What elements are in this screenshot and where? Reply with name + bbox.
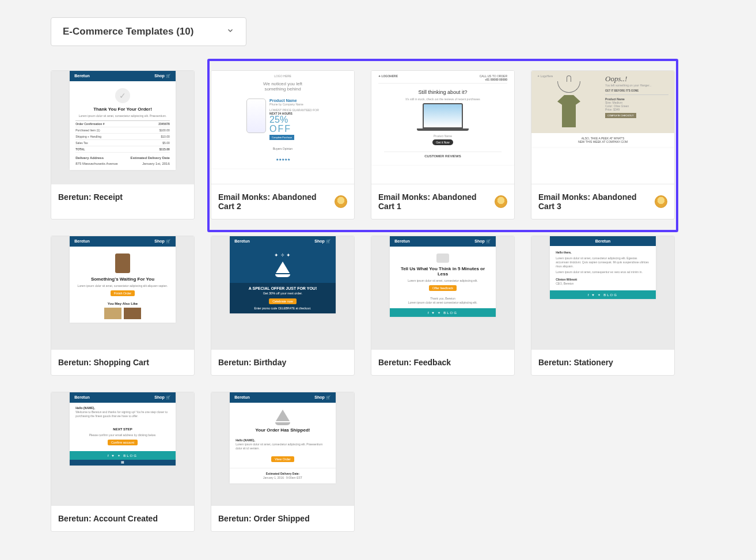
template-title: Beretun: Birthday bbox=[218, 358, 286, 367]
template-title: Beretun: Receipt bbox=[58, 192, 123, 202]
template-title: Beretun: Stationery bbox=[538, 358, 613, 367]
template-card-birthday[interactable]: BeretunShop 🛒 ✦ ✧ ✦ A SPECIAL OFFER JUST… bbox=[211, 236, 355, 376]
template-thumbnail: ✦ LOGOHERE CALL US TO ORDER+01 00000 000… bbox=[371, 71, 514, 184]
template-thumbnail: Beretun Hello there, Lorem ipsum dolor s… bbox=[531, 236, 674, 349]
template-card-abandoned-3[interactable]: ✦ LogoHere Oops..! You left something on… bbox=[531, 70, 675, 220]
template-thumbnail: LOGO HERE We noticed you leftsomething b… bbox=[211, 71, 354, 184]
template-thumbnail: BeretunShop 🛒 ✓ Thank You For Your Order… bbox=[51, 71, 194, 184]
template-card-shopping-cart[interactable]: BeretunShop 🛒 Something's Waiting For Yo… bbox=[51, 236, 195, 376]
template-card-order-shipped[interactable]: BeretunShop 🛒 Your Order Has Shipped! He… bbox=[211, 392, 355, 532]
template-card-abandoned-1[interactable]: ✦ LOGOHERE CALL US TO ORDER+01 00000 000… bbox=[371, 70, 515, 220]
chevron-down-icon bbox=[226, 26, 234, 37]
template-thumbnail: BeretunShop 🛒 Something's Waiting For Yo… bbox=[51, 236, 194, 349]
template-thumbnail: BeretunShop 🛒 Your Order Has Shipped! He… bbox=[211, 392, 354, 505]
template-title: Beretun: Shopping Cart bbox=[58, 358, 149, 367]
template-title: Email Monks: Abandoned Cart 3 bbox=[538, 192, 650, 211]
template-card-feedback[interactable]: BeretunShop 🛒 Tell Us What You Think in … bbox=[371, 236, 515, 376]
template-title: Beretun: Feedback bbox=[378, 358, 451, 367]
category-dropdown[interactable]: E-Commerce Templates (10) bbox=[51, 17, 246, 46]
highlighted-templates: LOGO HERE We noticed you leftsomething b… bbox=[207, 59, 678, 232]
template-card-account-created[interactable]: BeretunShop 🛒 Hello {NAME}, Welcome to B… bbox=[51, 392, 195, 532]
template-thumbnail: BeretunShop 🛒 ✦ ✧ ✦ A SPECIAL OFFER JUST… bbox=[211, 236, 354, 349]
author-badge-icon bbox=[495, 195, 507, 208]
template-thumbnail: ✦ LogoHere Oops..! You left something on… bbox=[531, 71, 674, 184]
dropdown-label: E-Commerce Templates (10) bbox=[63, 26, 193, 37]
template-title: Email Monks: Abandoned Cart 1 bbox=[378, 192, 490, 211]
author-badge-icon bbox=[335, 195, 347, 208]
template-card-stationery[interactable]: Beretun Hello there, Lorem ipsum dolor s… bbox=[531, 236, 675, 376]
template-title: Beretun: Account Created bbox=[58, 514, 158, 523]
template-thumbnail: BeretunShop 🛒 Tell Us What You Think in … bbox=[371, 236, 514, 349]
template-title: Email Monks: Abandoned Cart 2 bbox=[218, 192, 330, 211]
template-title: Beretun: Order Shipped bbox=[218, 514, 310, 523]
template-thumbnail: BeretunShop 🛒 Hello {NAME}, Welcome to B… bbox=[51, 392, 194, 505]
template-card-abandoned-2[interactable]: LOGO HERE We noticed you leftsomething b… bbox=[211, 70, 355, 220]
template-grid: BeretunShop 🛒 ✓ Thank You For Your Order… bbox=[51, 70, 705, 532]
template-card-receipt[interactable]: BeretunShop 🛒 ✓ Thank You For Your Order… bbox=[51, 70, 195, 220]
author-badge-icon bbox=[655, 195, 667, 208]
